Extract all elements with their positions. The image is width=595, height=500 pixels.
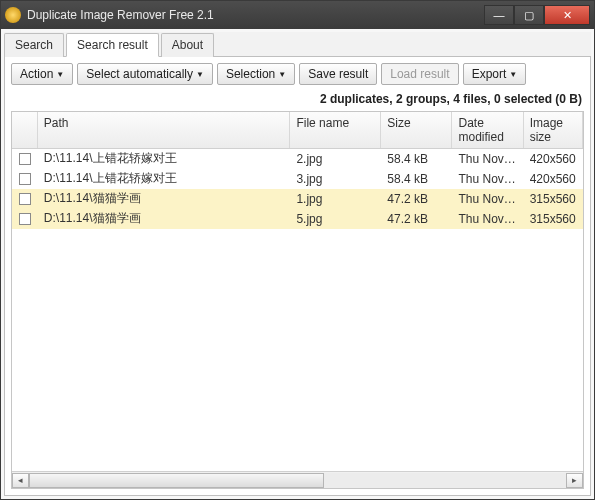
cell-image-size: 420x560 [524,150,583,168]
col-date[interactable]: Date modified [452,112,523,148]
cell-image-size: 315x560 [524,190,583,208]
app-window: Duplicate Image Remover Free 2.1 — ▢ ✕ S… [0,0,595,500]
cell-date: Thu Nov 14 ... [453,170,524,188]
cell-image-size: 315x560 [524,210,583,228]
app-icon [5,7,21,23]
chevron-down-icon: ▼ [278,70,286,79]
cell-size: 58.4 kB [381,150,452,168]
cell-file: 1.jpg [290,190,381,208]
row-checkbox[interactable] [19,213,31,225]
load-result-button[interactable]: Load result [381,63,458,85]
horizontal-scrollbar[interactable]: ◂ ▸ [12,471,583,488]
cell-image-size: 420x560 [524,170,583,188]
chevron-down-icon: ▼ [56,70,64,79]
col-image-size[interactable]: Image size [524,112,583,148]
cell-date: Thu Nov 14 ... [453,150,524,168]
results-table: Path File name Size Date modified Image … [11,111,584,489]
col-checkbox[interactable] [12,112,38,148]
row-checkbox[interactable] [19,173,31,185]
minimize-button[interactable]: — [484,5,514,25]
cell-path: D:\11.14\上错花轿嫁对王 [38,168,291,189]
cell-size: 47.2 kB [381,210,452,228]
select-automatically-button[interactable]: Select automatically▼ [77,63,213,85]
status-text: 2 duplicates, 2 groups, 4 files, 0 selec… [11,89,584,111]
table-row[interactable]: D:\11.14\上错花轿嫁对王2.jpg58.4 kBThu Nov 14 .… [12,149,583,169]
cell-path: D:\11.14\猫猫学画 [38,188,291,209]
row-checkbox-cell [12,211,38,227]
search-result-panel: Action▼ Select automatically▼ Selection▼… [4,57,591,496]
export-label: Export [472,67,507,81]
cell-date: Thu Nov 14 ... [453,190,524,208]
maximize-button[interactable]: ▢ [514,5,544,25]
cell-path: D:\11.14\猫猫学画 [38,208,291,229]
row-checkbox-cell [12,171,38,187]
cell-date: Thu Nov 14 ... [453,210,524,228]
window-title: Duplicate Image Remover Free 2.1 [27,8,484,22]
table-row[interactable]: D:\11.14\猫猫学画1.jpg47.2 kBThu Nov 14 ...3… [12,189,583,209]
cell-file: 3.jpg [290,170,381,188]
cell-path: D:\11.14\上错花轿嫁对王 [38,149,291,169]
selection-button[interactable]: Selection▼ [217,63,295,85]
tab-search[interactable]: Search [4,33,64,57]
action-label: Action [20,67,53,81]
tab-search-result[interactable]: Search result [66,33,159,57]
export-button[interactable]: Export▼ [463,63,527,85]
scroll-right-button[interactable]: ▸ [566,473,583,488]
cell-file: 2.jpg [290,150,381,168]
client-area: Search Search result About Action▼ Selec… [1,29,594,499]
col-path[interactable]: Path [38,112,291,148]
window-controls: — ▢ ✕ [484,5,590,25]
cell-size: 47.2 kB [381,190,452,208]
row-checkbox[interactable] [19,153,31,165]
table-row[interactable]: D:\11.14\猫猫学画5.jpg47.2 kBThu Nov 14 ...3… [12,209,583,229]
table-body: D:\11.14\上错花轿嫁对王2.jpg58.4 kBThu Nov 14 .… [12,149,583,471]
chevron-down-icon: ▼ [509,70,517,79]
table-row[interactable]: D:\11.14\上错花轿嫁对王3.jpg58.4 kBThu Nov 14 .… [12,169,583,189]
tabstrip: Search Search result About [4,32,591,57]
scroll-thumb[interactable] [29,473,324,488]
action-button[interactable]: Action▼ [11,63,73,85]
select-auto-label: Select automatically [86,67,193,81]
cell-file: 5.jpg [290,210,381,228]
row-checkbox[interactable] [19,193,31,205]
titlebar[interactable]: Duplicate Image Remover Free 2.1 — ▢ ✕ [1,1,594,29]
selection-label: Selection [226,67,275,81]
close-button[interactable]: ✕ [544,5,590,25]
scroll-track[interactable] [29,473,566,488]
cell-size: 58.4 kB [381,170,452,188]
row-checkbox-cell [12,151,38,167]
table-header: Path File name Size Date modified Image … [12,112,583,149]
col-size[interactable]: Size [381,112,452,148]
save-result-button[interactable]: Save result [299,63,377,85]
scroll-left-button[interactable]: ◂ [12,473,29,488]
toolbar: Action▼ Select automatically▼ Selection▼… [11,63,584,85]
tab-about[interactable]: About [161,33,214,57]
col-file[interactable]: File name [290,112,381,148]
row-checkbox-cell [12,191,38,207]
chevron-down-icon: ▼ [196,70,204,79]
